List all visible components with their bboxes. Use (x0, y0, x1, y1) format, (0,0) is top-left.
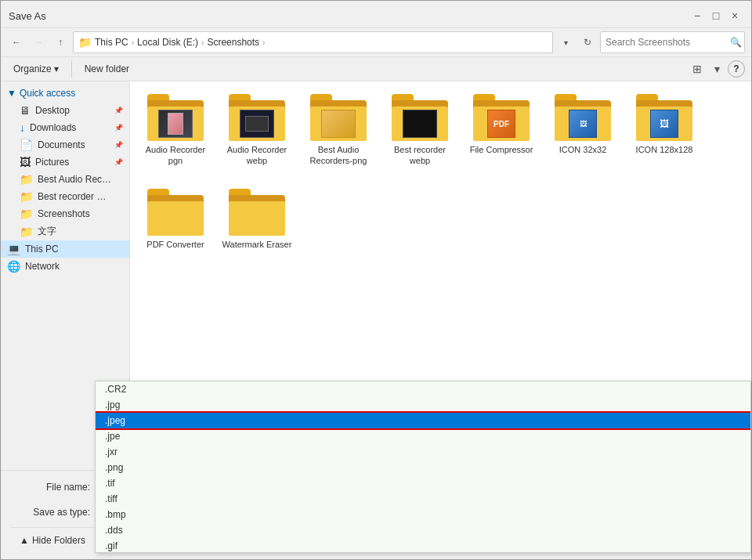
dropdown-option-bmp[interactable]: .bmp (96, 507, 750, 522)
hide-folders-label: Hide Folders (32, 535, 85, 546)
new-folder-button[interactable]: New folder (78, 61, 136, 77)
documents-icon: 📄 (20, 139, 33, 151)
sidebar-quick-access-header[interactable]: ▼ Quick access (1, 85, 129, 102)
sidebar-item-best-audio-label: Best Audio Recorde (38, 174, 112, 185)
folder-icon-audio-recorder-pgn (147, 94, 204, 141)
folder-icon-watermark-eraser (229, 189, 285, 236)
toolbar: Organize ▾ New folder ⊞ ▾ ? (1, 57, 751, 81)
organize-label: Organize (13, 63, 52, 74)
folder-icon-pdf-converter (147, 189, 204, 236)
sidebar-item-documents[interactable]: 📄 Documents 📌 (1, 136, 129, 154)
sidebar-item-best-audio[interactable]: 📁 Best Audio Recorde (1, 171, 129, 188)
folder-icon-audio-recorder-webp (229, 94, 285, 141)
file-item-watermark-eraser[interactable]: Watermark Eraser (218, 182, 296, 256)
path-segment-screenshots: Screenshots (207, 37, 259, 48)
path-segment-thispc: This PC (95, 37, 128, 48)
save-as-dialog: Save As − □ × ← → ↑ 📁 This PC › Local Di… (0, 0, 752, 560)
forward-button[interactable]: → (29, 33, 48, 52)
dropdown-option-jpeg[interactable]: .jpeg (96, 413, 750, 428)
file-label-best-audio-recorders-png: Best AudioRecorders-png (310, 144, 367, 167)
file-item-best-audio-recorders-png[interactable]: Best AudioRecorders-png (299, 88, 378, 173)
sidebar-item-screenshots[interactable]: 📁 Screenshots (1, 205, 129, 222)
dropdown-option-png[interactable]: .png (96, 460, 750, 475)
organize-arrow: ▾ (54, 63, 59, 74)
view-icon: ⊞ (692, 63, 702, 75)
sidebar-item-network-label: Network (25, 261, 60, 272)
save-type-dropdown-overlay: .CR2 .jpg .jpeg .jpe .jxr .png .tif .tif… (95, 381, 751, 553)
title-bar: Save As − □ × (1, 1, 751, 28)
wenzi-icon: 📁 (20, 226, 33, 238)
dropdown-option-jpe[interactable]: .jpe (96, 428, 750, 444)
view-button[interactable]: ⊞ (688, 60, 707, 78)
quick-access-chevron: ▼ (7, 88, 16, 99)
minimize-button[interactable]: − (689, 7, 706, 24)
address-path[interactable]: 📁 This PC › Local Disk (E:) › Screenshot… (73, 31, 553, 53)
file-label-audio-recorder-webp: Audio Recorderwebp (227, 144, 287, 167)
pictures-icon: 🖼 (20, 156, 31, 168)
quick-access-label: Quick access (20, 88, 75, 99)
file-item-file-compressor[interactable]: PDF File Compressor (462, 88, 540, 173)
file-label-icon-128x128: ICON 128x128 (636, 144, 693, 155)
folder-icon-file-compressor: PDF (473, 94, 530, 141)
search-icon-button[interactable]: 🔍 (730, 37, 742, 48)
sidebar-item-pictures[interactable]: 🖼 Pictures 📌 (1, 154, 129, 171)
toolbar-separator (71, 61, 72, 77)
file-label-best-recorder-webp: Best recorderwebp (394, 144, 446, 167)
organize-button[interactable]: Organize ▾ (7, 61, 65, 77)
maximize-button[interactable]: □ (707, 7, 725, 24)
file-label-watermark-eraser: Watermark Eraser (222, 239, 292, 250)
sidebar-item-network[interactable]: 🌐 Network (1, 258, 129, 275)
folder-icon-icon-128x128: 🖼 (636, 94, 692, 141)
sidebar-item-desktop[interactable]: 🖥 Desktop 📌 (1, 102, 129, 119)
address-bar: ← → ↑ 📁 This PC › Local Disk (E:) › Scre… (1, 28, 751, 57)
best-audio-icon: 📁 (20, 173, 33, 186)
help-button[interactable]: ? (728, 60, 745, 78)
sidebar-item-pictures-label: Pictures (35, 157, 69, 168)
path-arrow-2: › (201, 38, 204, 47)
sidebar-item-best-recorder-label: Best recorder webp (38, 191, 112, 202)
folder-icon: 📁 (78, 36, 92, 49)
pin-icon-pictures: 📌 (114, 158, 123, 166)
file-item-audio-recorder-pgn[interactable]: Audio Recorderpgn (136, 88, 215, 173)
window-controls: − □ × (689, 7, 743, 24)
file-item-audio-recorder-webp[interactable]: Audio Recorderwebp (218, 88, 296, 173)
refresh-button[interactable]: ↻ (578, 31, 597, 53)
path-arrow-1: › (132, 38, 134, 47)
dialog-title: Save As (9, 10, 46, 22)
sidebar-item-best-recorder[interactable]: 📁 Best recorder webp (1, 188, 129, 205)
dropdown-option-cr2[interactable]: .CR2 (96, 381, 750, 397)
dropdown-option-jxr[interactable]: .jxr (96, 444, 750, 460)
file-label-pdf-converter: PDF Converter (146, 239, 204, 250)
sidebar-item-downloads[interactable]: ↓ Downloads 📌 (1, 119, 129, 136)
hide-folders-toggle[interactable]: ▲ Hide Folders (20, 535, 85, 546)
view-dropdown-button[interactable]: ▾ (710, 60, 725, 78)
file-item-pdf-converter[interactable]: PDF Converter (136, 182, 215, 256)
file-item-icon-128x128[interactable]: 🖼 ICON 128x128 (625, 88, 703, 173)
sidebar-item-desktop-label: Desktop (35, 105, 70, 116)
network-icon: 🌐 (7, 260, 20, 273)
sidebar-item-documents-label: Documents (38, 139, 85, 150)
dropdown-option-jpg[interactable]: .jpg (96, 397, 750, 413)
address-dropdown-button[interactable]: ▾ (556, 31, 575, 53)
desktop-icon: 🖥 (20, 104, 31, 117)
file-item-icon-32x32[interactable]: 🖼 ICON 32x32 (544, 88, 622, 173)
best-recorder-icon: 📁 (20, 190, 33, 203)
sidebar-item-thispc[interactable]: 💻 This PC (1, 240, 129, 258)
dropdown-option-tiff[interactable]: .tiff (96, 491, 750, 507)
dropdown-option-gif[interactable]: .gif (96, 538, 750, 553)
search-input[interactable] (600, 31, 745, 53)
sidebar-item-wenzi-label: 文字 (38, 225, 56, 238)
downloads-icon: ↓ (20, 121, 25, 134)
thispc-icon: 💻 (7, 243, 20, 255)
pin-icon-downloads: 📌 (114, 124, 123, 132)
dropdown-option-dds[interactable]: .dds (96, 522, 750, 538)
close-button[interactable]: × (726, 7, 743, 24)
sidebar-item-downloads-label: Downloads (30, 122, 76, 133)
up-button[interactable]: ↑ (51, 33, 70, 52)
file-item-best-recorder-webp[interactable]: Best recorderwebp (381, 88, 459, 173)
sidebar-item-wenzi[interactable]: 📁 文字 (1, 222, 129, 240)
dropdown-option-tif[interactable]: .tif (96, 475, 750, 491)
back-button[interactable]: ← (7, 33, 26, 52)
save-as-type-label: Save as type: (10, 507, 96, 518)
sidebar-item-screenshots-label: Screenshots (38, 208, 90, 219)
